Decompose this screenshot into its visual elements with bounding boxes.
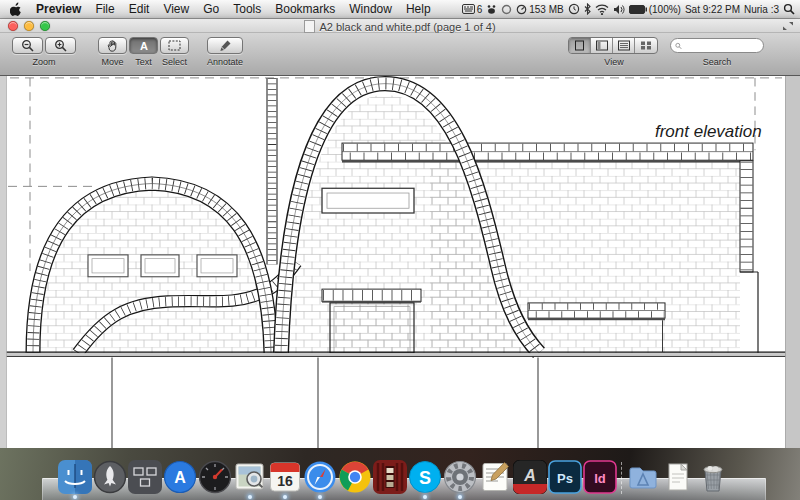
search-input[interactable] bbox=[685, 39, 759, 52]
text-tool-icon: A bbox=[138, 40, 150, 52]
memory-meter[interactable]: 153 MB bbox=[516, 4, 563, 15]
running-indicator bbox=[283, 495, 287, 499]
menu-window[interactable]: Window bbox=[349, 2, 392, 16]
apple-menu[interactable] bbox=[10, 2, 22, 17]
grid-icon bbox=[640, 40, 652, 51]
svg-text:A: A bbox=[174, 469, 186, 486]
dock-dashboard[interactable] bbox=[198, 460, 232, 494]
menu-view[interactable]: View bbox=[163, 2, 189, 16]
dock-applications-folder[interactable] bbox=[626, 460, 660, 494]
sidebar-page-icon bbox=[596, 40, 608, 51]
apple-icon bbox=[10, 2, 22, 16]
dock-preview[interactable] bbox=[233, 460, 267, 494]
menu-edit[interactable]: Edit bbox=[129, 2, 150, 16]
screen: Preview File Edit View Go Tools Bookmark… bbox=[0, 0, 800, 500]
dock-finder[interactable] bbox=[58, 460, 92, 494]
meter-icon bbox=[516, 4, 527, 15]
pencil-icon bbox=[219, 39, 232, 52]
safari-icon bbox=[303, 460, 337, 494]
view-toc-button[interactable] bbox=[613, 38, 635, 53]
input-source-menu[interactable]: 6 bbox=[462, 4, 483, 15]
dock-photo-booth[interactable] bbox=[373, 460, 407, 494]
user-menu[interactable]: Nuria :3 bbox=[744, 4, 779, 15]
dock-indesign[interactable]: Id bbox=[583, 460, 617, 494]
autocad-icon: A bbox=[513, 460, 547, 494]
ground-line bbox=[0, 352, 786, 356]
select-label: Select bbox=[160, 57, 189, 67]
move-tool-button[interactable] bbox=[98, 37, 127, 54]
spotlight-menu[interactable] bbox=[783, 3, 795, 15]
document-canvas[interactable]: .bo{stroke:#161616;fill:none}.bf{stroke:… bbox=[0, 76, 800, 448]
single-page-icon bbox=[574, 40, 585, 51]
battery-menu[interactable]: (100%) bbox=[629, 4, 681, 15]
menu-tools[interactable]: Tools bbox=[233, 2, 261, 16]
dock-trash[interactable] bbox=[696, 460, 730, 494]
arch-window bbox=[322, 188, 414, 213]
dome-windows bbox=[88, 255, 237, 277]
annotate-button[interactable] bbox=[207, 37, 243, 54]
dock-autocad[interactable]: A bbox=[513, 460, 547, 494]
dock-calendar[interactable]: 16 bbox=[268, 460, 302, 494]
menu-file[interactable]: File bbox=[95, 2, 114, 16]
view-label: View bbox=[568, 57, 660, 67]
zoom-out-button[interactable] bbox=[12, 37, 43, 54]
dock-photoshop[interactable]: Ps bbox=[548, 460, 582, 494]
system-preferences-icon bbox=[443, 460, 477, 494]
title-bar[interactable]: A2 black and white.pdf (page 1 of 4) bbox=[0, 19, 800, 33]
dock-skype[interactable]: S bbox=[408, 460, 442, 494]
dashboard-icon bbox=[198, 460, 232, 494]
battery-icon bbox=[629, 5, 647, 14]
running-indicator bbox=[318, 495, 322, 499]
menu-go[interactable]: Go bbox=[203, 2, 219, 16]
time-machine-menu[interactable] bbox=[568, 3, 580, 15]
dock-documents[interactable] bbox=[661, 460, 695, 494]
view-contact-sheet-button[interactable] bbox=[635, 38, 657, 53]
menu-preview[interactable]: Preview bbox=[36, 2, 81, 16]
battery-percent: (100%) bbox=[649, 4, 681, 15]
bluetooth-menu[interactable] bbox=[584, 3, 591, 15]
zoom-out-icon bbox=[21, 39, 34, 52]
zoom-in-button[interactable] bbox=[45, 37, 76, 54]
clock-menu[interactable]: Sat 9:22 PM bbox=[685, 4, 740, 15]
annotate-label: Annotate bbox=[200, 57, 250, 67]
svg-text:S: S bbox=[419, 468, 431, 488]
preview-icon bbox=[233, 460, 267, 494]
view-content-only-button[interactable] bbox=[569, 38, 591, 53]
skype-icon: S bbox=[408, 460, 442, 494]
applications-folder-icon bbox=[626, 460, 660, 494]
wifi-menu[interactable] bbox=[595, 4, 609, 15]
finder-icon bbox=[58, 460, 92, 494]
dock-launchpad[interactable] bbox=[93, 460, 127, 494]
dock-mission-control[interactable] bbox=[128, 460, 162, 494]
speaker-icon bbox=[613, 4, 625, 15]
list-page-icon bbox=[618, 40, 630, 51]
dock-app-store[interactable]: A bbox=[163, 460, 197, 494]
search-label: Search bbox=[670, 57, 764, 67]
indesign-icon: Id bbox=[583, 460, 617, 494]
svg-text:Id: Id bbox=[594, 471, 606, 486]
menu-extra[interactable] bbox=[501, 4, 512, 15]
dock-system-preferences[interactable] bbox=[443, 460, 477, 494]
dock-textedit[interactable] bbox=[478, 460, 512, 494]
app-menu-extra[interactable] bbox=[486, 4, 497, 15]
arch-door bbox=[322, 289, 421, 353]
dock-safari[interactable] bbox=[303, 460, 337, 494]
dock-chrome[interactable] bbox=[338, 460, 372, 494]
menu-help[interactable]: Help bbox=[406, 2, 431, 16]
select-tool-button[interactable] bbox=[160, 37, 189, 54]
svg-text:A: A bbox=[523, 467, 536, 484]
menu-bar: Preview File Edit View Go Tools Bookmark… bbox=[0, 0, 800, 19]
text-tool-button[interactable]: A bbox=[129, 37, 158, 54]
volume-menu[interactable] bbox=[613, 4, 625, 15]
hand-icon bbox=[107, 39, 119, 52]
dock-divider bbox=[618, 460, 625, 494]
search-field[interactable] bbox=[670, 38, 764, 53]
front-elevation-label: front elevation bbox=[655, 122, 762, 141]
menu-bookmarks[interactable]: Bookmarks bbox=[275, 2, 335, 16]
top-beam bbox=[342, 143, 753, 163]
photo-booth-icon bbox=[373, 460, 407, 494]
spotlight-icon bbox=[783, 3, 795, 15]
fullscreen-icon[interactable] bbox=[782, 21, 794, 31]
view-thumbnails-button[interactable] bbox=[591, 38, 613, 53]
svg-text:A: A bbox=[140, 40, 148, 52]
